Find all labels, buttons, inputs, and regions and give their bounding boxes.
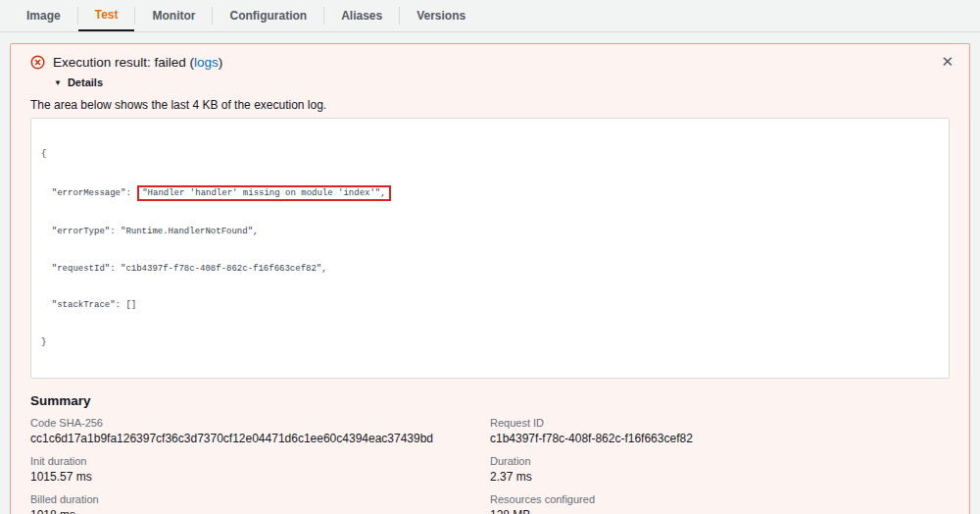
tab-versions-label: Versions <box>416 9 466 23</box>
field-request-id: Request ID c1b4397f-f78c-408f-862c-f16f6… <box>490 417 950 445</box>
tab-image-label: Image <box>26 9 61 23</box>
field-value: c1b4397f-f78c-408f-862c-f16f663cef82 <box>490 432 950 445</box>
caret-down-icon: ▼ <box>54 78 62 87</box>
tab-monitor[interactable]: Monitor <box>135 0 212 31</box>
logs-link[interactable]: logs <box>194 55 219 70</box>
function-tabbar: Image Test Monitor Configuration Aliases… <box>0 0 980 32</box>
field-init-duration: Init duration 1015.57 ms <box>30 455 490 484</box>
tab-aliases[interactable]: Aliases <box>324 0 399 31</box>
field-label: Request ID <box>490 417 950 429</box>
execution-log-line-error-type: "errorType": "Runtime.HandlerNotFound", <box>41 226 939 238</box>
field-billed-duration: Billed duration 1018 ms <box>30 493 490 514</box>
tab-test-label: Test <box>95 8 119 22</box>
summary-left-column: Code SHA-256 cc1c6d17a1b9fa126397cf36c3d… <box>30 417 490 514</box>
execution-log-line: } <box>41 336 939 349</box>
field-code-sha-256: Code SHA-256 cc1c6d17a1b9fa126397cf36c3d… <box>30 417 490 445</box>
field-value: 128 MB <box>490 508 950 514</box>
close-icon[interactable]: ✕ <box>941 54 954 69</box>
execution-log-line-stack-trace: "stackTrace": [] <box>41 299 939 312</box>
error-message-key: "errorMessage": <box>41 188 136 198</box>
execution-log-block: { "errorMessage": "Handler 'handler' mis… <box>30 118 950 379</box>
summary-right-column: Request ID c1b4397f-f78c-408f-862c-f16f6… <box>490 417 950 514</box>
tab-test[interactable]: Test <box>78 0 135 31</box>
execution-log-line: { <box>41 148 939 161</box>
alert-title-suffix: ) <box>219 55 223 70</box>
tab-versions[interactable]: Versions <box>400 0 482 31</box>
field-label: Code SHA-256 <box>30 417 490 429</box>
error-message-highlight-annotation: "Handler 'handler' missing on module 'in… <box>137 185 390 202</box>
execution-log-line-error-message: "errorMessage": "Handler 'handler' missi… <box>41 185 939 202</box>
alert-title: Execution result: failed (logs) <box>53 55 222 70</box>
execution-log-line-request-id: "requestId": "c1b4397f-f78c-408f-862c-f1… <box>41 263 939 276</box>
summary-heading: Summary <box>30 393 950 408</box>
field-value: cc1c6d17a1b9fa126397cf36c3d7370cf12e0447… <box>30 432 490 445</box>
field-label: Init duration <box>30 455 490 467</box>
error-icon <box>30 55 45 70</box>
alert-header: Execution result: failed (logs) <box>30 55 950 70</box>
tab-aliases-label: Aliases <box>341 9 382 23</box>
field-label: Resources configured <box>490 493 950 505</box>
field-label: Duration <box>490 455 950 467</box>
tab-image[interactable]: Image <box>10 0 77 31</box>
details-toggle[interactable]: ▼ Details <box>54 77 950 88</box>
field-resources-configured: Resources configured 128 MB <box>490 493 950 514</box>
tab-monitor-label: Monitor <box>152 9 195 23</box>
field-duration: Duration 2.37 ms <box>490 455 950 484</box>
alert-title-prefix: Execution result: failed ( <box>53 55 194 70</box>
field-value: 1018 ms <box>30 508 490 514</box>
field-label: Billed duration <box>30 493 490 505</box>
field-value: 2.37 ms <box>490 470 950 484</box>
tab-configuration-label: Configuration <box>229 9 307 23</box>
summary-grid: Code SHA-256 cc1c6d17a1b9fa126397cf36c3d… <box>30 417 950 514</box>
tab-configuration[interactable]: Configuration <box>213 0 323 31</box>
execution-log-intro: The area below shows the last 4 KB of th… <box>30 98 950 112</box>
details-label: Details <box>68 77 103 88</box>
field-value: 1015.57 ms <box>30 470 490 484</box>
execution-result-alert: ✕ Execution result: failed (logs) ▼ Deta… <box>10 43 970 514</box>
